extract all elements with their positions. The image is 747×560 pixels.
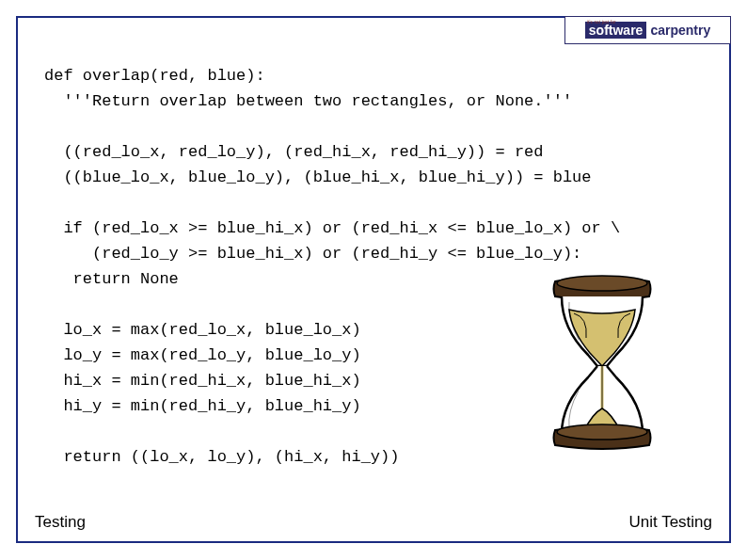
code-line: '''Return overlap between two rectangles… [44,92,572,110]
logo-software-word: it's not just for software [585,22,647,39]
svg-point-3 [557,424,647,440]
code-line: lo_x = max(red_lo_x, blue_lo_x) [44,321,361,339]
code-line: return None [44,270,179,288]
code-line: ((blue_lo_x, blue_lo_y), (blue_hi_x, blu… [44,168,592,186]
hourglass-icon [541,272,663,451]
logo: it's not just for software carpentry [564,16,731,44]
slide-frame: it's not just for software carpentry def… [16,16,731,543]
code-line: hi_x = min(red_hi_x, blue_hi_x) [44,372,361,390]
svg-point-0 [557,276,647,291]
code-line: def overlap(red, blue): [44,67,265,85]
logo-carpentry-word: carpentry [650,24,710,37]
code-line: hi_y = min(red_hi_y, blue_hi_y) [44,397,361,415]
code-line: return ((lo_x, lo_y), (hi_x, hi_y)) [44,448,399,466]
code-line: if (red_lo_x >= blue_hi_x) or (red_hi_x … [44,219,620,237]
code-line: ((red_lo_x, red_lo_y), (red_hi_x, red_hi… [44,143,544,161]
logo-tagline: it's not just for [587,21,616,25]
code-line: (red_lo_y >= blue_hi_x) or (red_hi_y <= … [44,245,581,263]
footer-right: Unit Testing [628,513,712,532]
code-line: lo_y = max(red_lo_y, blue_lo_y) [44,346,361,364]
footer-left: Testing [35,513,86,532]
